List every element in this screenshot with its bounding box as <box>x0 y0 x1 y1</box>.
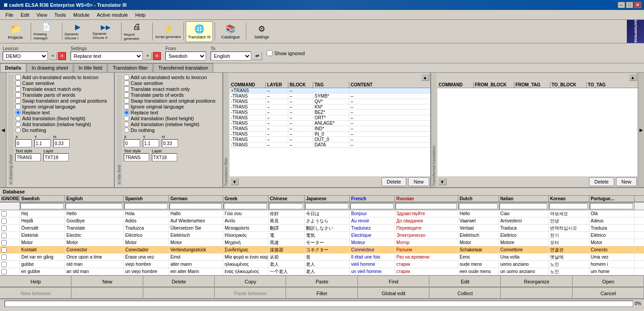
cb-swap-check-2[interactable] <box>124 98 129 104</box>
db-ignore-cb-1[interactable] <box>1 218 7 224</box>
db-ignore-cb-2[interactable] <box>1 226 7 231</box>
filter-chinese[interactable] <box>269 203 303 209</box>
cb-exact-check-1[interactable] <box>15 86 21 92</box>
filter-korean[interactable] <box>549 203 588 209</box>
reorganize-button[interactable]: Reorganize <box>501 276 572 287</box>
settings-delete-button[interactable]: ✕ <box>153 52 161 60</box>
paste-button[interactable]: Paste <box>286 276 357 287</box>
db-row-1[interactable]: HejdåGoodbyeAdiósAuf WiedersehenΑντίο再見さ… <box>0 217 644 225</box>
transferred-scroll-down-btn[interactable]: ▼ <box>438 178 447 185</box>
filter-button[interactable]: Filter <box>286 287 357 299</box>
rb-relative-radio-2[interactable] <box>124 122 129 127</box>
find-button[interactable]: Find <box>358 276 429 287</box>
settings-select[interactable]: Replace text Add translation (fixed heig… <box>71 52 143 61</box>
tab-drawing-sheet[interactable]: In drawing sheet <box>27 63 73 72</box>
filter-italian[interactable] <box>499 203 547 209</box>
help-button[interactable]: Help <box>0 276 71 287</box>
y-input-1[interactable] <box>34 139 51 147</box>
filter-row-1[interactable]: -TRANS – – SYMB* – <box>230 94 430 99</box>
toolbar-dynamic2[interactable]: ▶▶ Dynamic OnLine II <box>92 21 119 42</box>
filter-portuguese[interactable] <box>590 203 633 209</box>
transferred-new-button[interactable]: New <box>616 177 637 186</box>
cb-parts-check-1[interactable] <box>15 92 21 98</box>
filter-row-2[interactable]: -TRANS – – QV* – <box>230 99 430 104</box>
copy-button[interactable]: Copy <box>215 276 286 287</box>
filter-row-6[interactable]: -TRANS – – ANLAGE* – <box>230 121 430 126</box>
db-row-2[interactable]: ÖversättTranslateTraduzcaÜbersetzen SieΜ… <box>0 225 644 232</box>
menu-tools[interactable]: Tools <box>51 11 70 19</box>
layer-input-1[interactable] <box>43 153 69 161</box>
maximize-button[interactable]: □ <box>626 2 633 8</box>
filter-row-8[interactable]: -TRANS – – IN_0 – <box>230 132 430 137</box>
y-input-2[interactable] <box>143 139 159 147</box>
toolbar-projects[interactable]: 📁 Projects <box>2 21 29 42</box>
x-input-1[interactable] <box>15 139 32 147</box>
menu-help[interactable]: Help <box>132 11 149 19</box>
filter-row-3[interactable]: -TRANS – – KN* – <box>230 104 430 110</box>
cb-untranslated-check-2[interactable] <box>124 75 129 80</box>
delete-button[interactable]: Delete <box>143 276 215 287</box>
db-row-8[interactable]: en gubbean old manun viejo hombreein alt… <box>0 268 644 275</box>
db-ignore-cb-8[interactable] <box>1 269 7 274</box>
db-ignore-cb-6[interactable] <box>1 254 7 260</box>
cb-exact-check-2[interactable] <box>124 86 129 92</box>
minimize-button[interactable]: ─ <box>618 2 625 8</box>
x-input-2[interactable] <box>124 139 140 147</box>
textstyle-input-2[interactable] <box>124 153 149 161</box>
filter-swedish[interactable] <box>20 203 64 209</box>
edit-button[interactable]: Edit <box>429 276 501 287</box>
toolbar-script[interactable]: ⚡ Script generator <box>155 21 182 42</box>
db-ignore-cb-0[interactable] <box>1 211 7 217</box>
toolbar-settings[interactable]: ⚙ Settings <box>248 21 275 42</box>
layer-input-2[interactable] <box>152 153 177 161</box>
rb-fixed-radio-1[interactable] <box>15 116 21 121</box>
menu-module[interactable]: Module <box>70 11 93 19</box>
swap-button[interactable]: ⇄ <box>252 52 262 60</box>
db-ignore-cb-7[interactable] <box>1 262 7 267</box>
rb-nothing-radio-2[interactable] <box>124 127 129 133</box>
filter-scroll-down-btn[interactable]: ▼ <box>230 178 239 185</box>
toolbar-drawing-manager[interactable]: 📄 Drawing manager <box>33 21 60 42</box>
cb-parts-check-2[interactable] <box>124 92 129 98</box>
filter-german[interactable] <box>169 203 222 209</box>
filter-row-4[interactable]: -TRANS – – BEZ* – <box>230 110 430 115</box>
filter-delete-button[interactable]: Delete <box>381 177 407 186</box>
cb-untranslated-check-1[interactable] <box>15 75 21 80</box>
new-button[interactable]: New <box>71 276 143 287</box>
db-ignore-cb-4[interactable] <box>1 240 7 245</box>
settings-add-button[interactable]: + <box>144 52 152 60</box>
to-select[interactable]: English <box>211 52 251 61</box>
db-ignore-cb-3[interactable] <box>1 233 7 238</box>
close-button[interactable]: ✕ <box>634 2 641 8</box>
toolbar-dynamic1[interactable]: ▶ Dynamic OnLine I <box>64 21 91 42</box>
lexicon-add-button[interactable]: + <box>49 52 57 60</box>
tab-transferred[interactable]: Transferred translation <box>153 63 213 72</box>
db-row-6[interactable]: Det var en gångOnce upon a timeÉrase una… <box>0 254 644 261</box>
from-select[interactable]: Swedish <box>165 52 206 61</box>
h-input-1[interactable] <box>53 139 70 147</box>
transferred-delete-button[interactable]: Delete <box>589 177 614 186</box>
textstyle-input-1[interactable] <box>15 153 41 161</box>
rb-nothing-radio-1[interactable] <box>15 127 21 133</box>
toolbar-catalogue[interactable]: 📚 Catalogue <box>217 21 244 42</box>
cb-swap-check-1[interactable] <box>15 98 21 104</box>
left-collapse-arrow[interactable]: ◀ <box>0 73 6 187</box>
filter-row-10[interactable]: -TRANS – – DATA – <box>230 142 430 148</box>
filter-row-9[interactable]: -TRANS – – OUT_0 – <box>230 137 430 142</box>
db-ignore-cb-5[interactable] <box>1 247 7 253</box>
cb-case-check-2[interactable] <box>124 80 129 86</box>
filter-row-5[interactable]: -TRANS – – ORT* – <box>230 115 430 121</box>
show-ignored-checkbox[interactable] <box>267 50 273 56</box>
tab-title-field[interactable]: In title field <box>74 63 108 72</box>
toolbar-report[interactable]: 🖨 Report generator <box>123 21 150 42</box>
menu-activemodule[interactable]: Active module <box>93 11 132 19</box>
cb-case-check-1[interactable] <box>15 80 21 86</box>
menu-file[interactable]: File <box>2 11 17 19</box>
lexicon-select[interactable]: DEMO <box>3 52 48 61</box>
rb-fixed-radio-2[interactable] <box>124 116 129 121</box>
db-row-5[interactable]: KontaktConnectorConectadorVerbindungsstü… <box>0 246 644 254</box>
menu-edit[interactable]: Edit <box>17 11 33 19</box>
tab-details[interactable]: Details <box>0 63 26 72</box>
right-collapse-arrow[interactable]: ▶ <box>638 73 644 187</box>
menu-view[interactable]: View <box>33 11 51 19</box>
